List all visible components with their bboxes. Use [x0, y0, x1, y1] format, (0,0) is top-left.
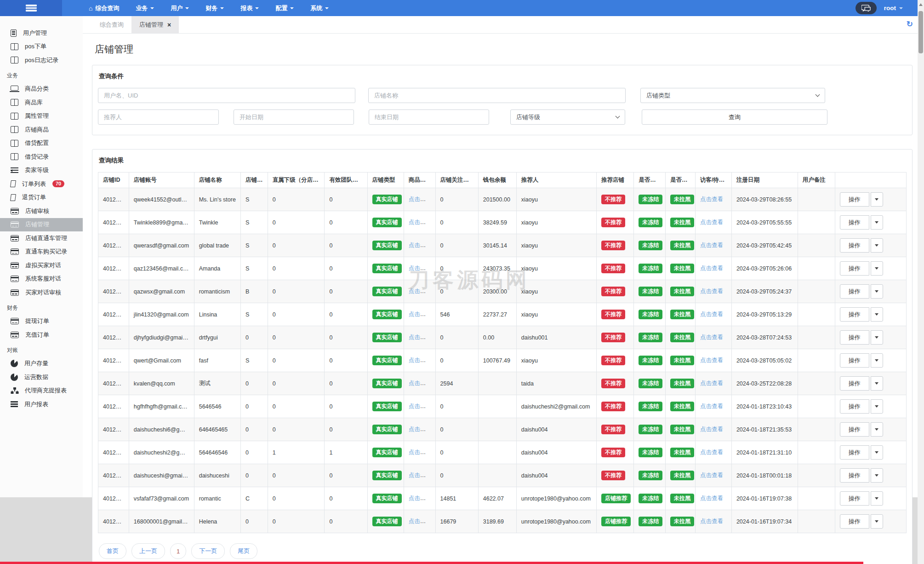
action-button[interactable]: 操作 [840, 261, 869, 276]
tab-summary-query[interactable]: 综合查询 [92, 16, 131, 33]
visitor-view-link[interactable]: 点击查看 [700, 265, 723, 271]
referrer-input[interactable] [98, 109, 219, 125]
visitor-view-link[interactable]: 点击查看 [700, 426, 723, 432]
goods-count-view-link[interactable]: 点击查看 [409, 449, 432, 455]
goods-count-view-link[interactable]: 点击查看 [409, 380, 432, 386]
visitor-view-link[interactable]: 点击查看 [700, 357, 723, 363]
action-button[interactable]: 操作 [840, 238, 869, 253]
sidebar-item-21[interactable]: 提现订单 [0, 315, 83, 328]
visitor-view-link[interactable]: 点击查看 [700, 334, 723, 340]
sidebar-item-9[interactable]: 借贷记录 [0, 150, 83, 164]
refresh-icon[interactable]: ↻ [907, 20, 913, 28]
pagination-next[interactable]: 下一页 [191, 543, 225, 559]
goods-count-view-link[interactable]: 点击查看 [409, 196, 432, 202]
sidebar-item-15[interactable]: 店铺直通车管理 [0, 231, 83, 245]
end-date-input[interactable] [369, 109, 489, 125]
sidebar-item-27[interactable]: 用户报表 [0, 397, 83, 411]
action-button[interactable]: 操作 [840, 376, 869, 391]
scrollbar-thumb[interactable] [918, 11, 923, 53]
sidebar-item-16[interactable]: 直通车购买记录 [0, 245, 83, 259]
sidebar-item-26[interactable]: 代理商充提报表 [0, 384, 83, 398]
sidebar-item-17[interactable]: 虚拟买家对话 [0, 259, 83, 272]
visitor-view-link[interactable]: 点击查看 [700, 472, 723, 478]
visitor-view-link[interactable]: 点击查看 [700, 495, 723, 501]
nav-item-0[interactable]: ⌂综合查询 [89, 4, 119, 12]
chat-button[interactable] [856, 2, 877, 14]
query-button[interactable]: 查询 [642, 109, 827, 125]
sidebar-item-1[interactable]: pos下单 [0, 40, 83, 54]
goods-count-view-link[interactable]: 点击查看 [409, 472, 432, 478]
action-dropdown-button[interactable] [871, 353, 883, 368]
goods-count-view-link[interactable]: 点击查看 [409, 242, 432, 248]
close-icon[interactable]: × [167, 22, 171, 28]
shopname-input[interactable] [368, 88, 626, 103]
sidebar-item-22[interactable]: 充值订单 [0, 328, 83, 342]
nav-item-1[interactable]: 业务 [136, 4, 154, 12]
sidebar-item-12[interactable]: 退货订单 [0, 191, 83, 205]
action-button[interactable]: 操作 [840, 215, 869, 230]
visitor-view-link[interactable]: 点击查看 [700, 196, 723, 202]
action-button[interactable]: 操作 [840, 353, 869, 368]
sidebar-item-19[interactable]: 买家对话审核 [0, 286, 83, 299]
goods-count-view-link[interactable]: 点击查看 [409, 518, 432, 524]
nav-item-6[interactable]: 系统 [310, 4, 329, 12]
visitor-view-link[interactable]: 点击查看 [700, 242, 723, 248]
action-button[interactable]: 操作 [840, 307, 869, 322]
action-dropdown-button[interactable] [871, 192, 883, 207]
action-dropdown-button[interactable] [871, 215, 883, 230]
goods-count-view-link[interactable]: 点击查看 [409, 357, 432, 363]
action-button[interactable]: 操作 [840, 399, 869, 414]
sidebar-item-5[interactable]: 商品库 [0, 96, 83, 109]
sidebar-item-14[interactable]: 店铺管理 [0, 218, 83, 232]
action-button[interactable]: 操作 [840, 284, 869, 299]
sidebar-item-18[interactable]: 系统客服对话 [0, 272, 83, 286]
scrollbar[interactable] [918, 0, 924, 564]
nav-item-2[interactable]: 用户 [171, 4, 189, 12]
pagination-last[interactable]: 尾页 [230, 543, 257, 559]
action-button[interactable]: 操作 [840, 445, 869, 460]
pagination-prev[interactable]: 上一页 [131, 543, 165, 559]
goods-count-view-link[interactable]: 点击查看 [409, 403, 432, 409]
nav-item-4[interactable]: 报表 [240, 4, 259, 12]
sidebar-item-2[interactable]: pos日志记录 [0, 53, 83, 67]
action-button[interactable]: 操作 [840, 468, 869, 483]
action-dropdown-button[interactable] [871, 307, 883, 322]
action-dropdown-button[interactable] [871, 468, 883, 483]
action-button[interactable]: 操作 [840, 192, 869, 207]
sidebar-item-13[interactable]: 店铺审核 [0, 204, 83, 218]
sidebar-item-25[interactable]: 运营数据 [0, 370, 83, 384]
pagination-first[interactable]: 首页 [99, 543, 126, 559]
visitor-view-link[interactable]: 点击查看 [700, 518, 723, 524]
visitor-view-link[interactable]: 点击查看 [700, 380, 723, 386]
visitor-view-link[interactable]: 点击查看 [700, 288, 723, 294]
visitor-view-link[interactable]: 点击查看 [700, 311, 723, 317]
goods-count-view-link[interactable]: 点击查看 [409, 426, 432, 432]
action-dropdown-button[interactable] [871, 445, 883, 460]
sidebar-item-8[interactable]: 借贷配置 [0, 137, 83, 150]
tab-shop-management[interactable]: 店铺管理 × [131, 16, 179, 33]
nav-item-3[interactable]: 财务 [205, 4, 224, 12]
action-dropdown-button[interactable] [871, 491, 883, 506]
goods-count-view-link[interactable]: 点击查看 [409, 495, 432, 501]
action-dropdown-button[interactable] [871, 261, 883, 276]
username-input[interactable] [98, 88, 355, 103]
goods-count-view-link[interactable]: 点击查看 [409, 334, 432, 340]
start-date-input[interactable] [234, 109, 354, 125]
sidebar-item-0[interactable]: 用户管理 [0, 26, 83, 40]
action-dropdown-button[interactable] [871, 238, 883, 253]
sidebar-item-7[interactable]: 店铺商品 [0, 123, 83, 137]
sidebar-item-4[interactable]: 商品分类 [0, 82, 83, 96]
scroll-up-icon[interactable] [919, 3, 923, 6]
action-dropdown-button[interactable] [871, 422, 883, 437]
shop-level-select[interactable]: 店铺等级 [510, 109, 625, 125]
goods-count-view-link[interactable]: 点击查看 [409, 219, 432, 225]
sidebar-item-6[interactable]: 属性管理 [0, 109, 83, 123]
shop-type-select[interactable]: 店铺类型 [640, 88, 825, 103]
goods-count-view-link[interactable]: 点击查看 [409, 311, 432, 317]
nav-item-5[interactable]: 配置 [275, 4, 294, 12]
sidebar-item-11[interactable]: 订单列表70 [0, 177, 83, 191]
goods-count-view-link[interactable]: 点击查看 [409, 265, 432, 271]
action-button[interactable]: 操作 [840, 330, 869, 345]
action-dropdown-button[interactable] [871, 399, 883, 414]
action-button[interactable]: 操作 [840, 422, 869, 437]
